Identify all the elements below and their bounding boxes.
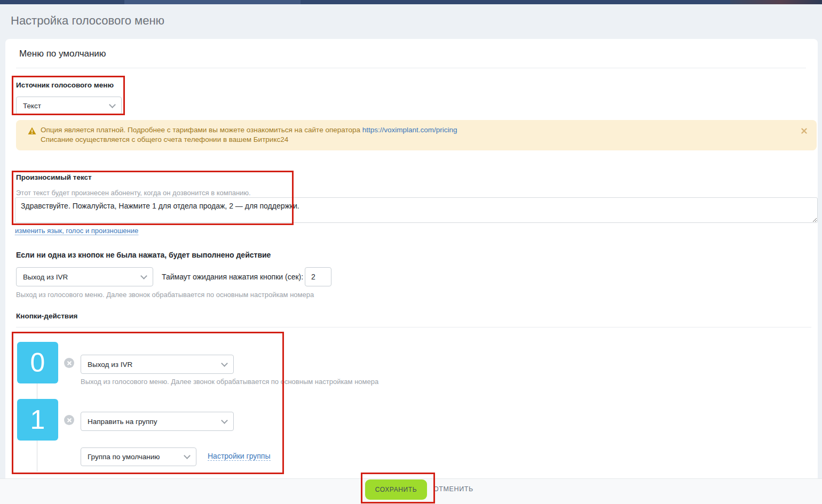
banner-close-icon[interactable] — [801, 126, 807, 136]
banner-line2: Списание осуществляется с общего счета т… — [41, 135, 288, 143]
chevron-down-icon — [184, 452, 191, 459]
chevron-down-icon — [109, 101, 116, 108]
key-1-square[interactable]: 1 — [17, 399, 58, 441]
chevron-down-icon — [221, 360, 228, 367]
divider — [16, 327, 811, 327]
page-title: Настройка голосового меню — [11, 14, 164, 28]
source-select-value: Текст — [23, 102, 110, 110]
key-connector-line — [37, 383, 37, 399]
no-press-label: Если ни одна из кнопок не была нажата, б… — [16, 251, 271, 259]
speech-text-input[interactable]: Здравствуйте. Пожалуйста, Нажмите 1 для … — [15, 197, 818, 223]
browser-top-strip-segment — [730, 0, 822, 4]
banner-line1: Опция является платной. Подробнее с тари… — [41, 126, 362, 134]
key-1-action-value: Направить на группу — [88, 418, 222, 426]
key-1-action-select[interactable]: Направить на группу — [81, 412, 234, 431]
key-0-action-select[interactable]: Выход из IVR — [81, 355, 234, 374]
no-press-action-select[interactable]: Выход из IVR — [16, 267, 153, 286]
cancel-button[interactable]: ОТМЕНИТЬ — [433, 485, 473, 493]
warning-icon — [28, 127, 36, 137]
key-1-remove-icon[interactable] — [64, 415, 74, 425]
menu-section-title: Меню по умолчанию — [19, 49, 106, 59]
divider — [16, 68, 806, 68]
pricing-link[interactable]: https://voximplant.com/pricing — [362, 126, 457, 134]
paid-option-banner: Опция является платной. Подробнее с тари… — [16, 120, 817, 150]
no-press-action-value: Выход из IVR — [23, 273, 141, 281]
key-1-group-select[interactable]: Группа по умолчанию — [81, 447, 196, 466]
save-button[interactable]: СОХРАНИТЬ — [365, 479, 427, 500]
speech-label: Произносимый текст — [16, 173, 92, 181]
key-1-group-value: Группа по умолчанию — [88, 453, 185, 461]
chevron-down-icon — [221, 417, 228, 424]
key-0-remove-icon[interactable] — [64, 358, 74, 368]
browser-top-strip-segment — [124, 0, 301, 4]
source-label: Источник голосового меню — [16, 81, 114, 89]
source-select[interactable]: Текст — [16, 97, 122, 115]
browser-top-strip — [0, 0, 822, 4]
change-voice-link[interactable]: изменить язык, голос и произношение — [15, 227, 138, 235]
key-0-square[interactable]: 0 — [17, 342, 58, 383]
key-connector-line — [37, 441, 37, 471]
chevron-down-icon — [140, 273, 147, 279]
banner-text: Опция является платной. Подробнее с тари… — [41, 125, 457, 145]
key-0-action-value: Выход из IVR — [88, 361, 222, 369]
timeout-label: Таймаут ожидания нажатия кнопки (сек): — [162, 273, 303, 281]
no-press-note: Выход из голосового меню. Далее звонок о… — [16, 291, 314, 299]
key-0-note: Выход из голосового меню. Далее звонок о… — [81, 378, 378, 386]
timeout-input[interactable] — [305, 267, 331, 286]
speech-hint: Этот текст будет произнесен абоненту, ко… — [16, 189, 251, 197]
keys-section-label: Кнопки-действия — [16, 312, 77, 320]
group-settings-link[interactable]: Настройки группы — [208, 452, 271, 461]
